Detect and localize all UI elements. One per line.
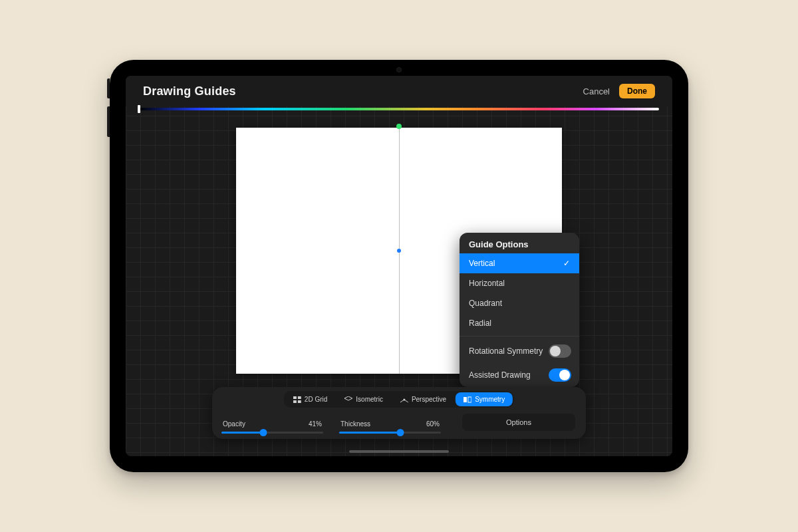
header-bar: Drawing Guides Cancel Done <box>126 76 672 106</box>
cancel-button[interactable]: Cancel <box>583 86 610 96</box>
symmetry-type-label: Vertical <box>469 259 495 268</box>
slider-label: Thickness <box>340 420 370 428</box>
tab-isometric[interactable]: Isometric <box>336 392 391 406</box>
opacity-slider-knob[interactable] <box>259 429 267 436</box>
tab-2d-grid[interactable]: 2D Grid <box>285 392 335 406</box>
popover-title: Guide Options <box>460 233 579 253</box>
page-title: Drawing Guides <box>143 84 236 98</box>
symmetry-icon <box>464 396 471 403</box>
guide-color-hue-slider[interactable] <box>139 108 659 110</box>
symmetry-type-label: Radial <box>469 319 491 328</box>
ipad-device-frame: ••• Drawing Guides Cancel Done Guide Opt… <box>110 60 688 472</box>
assisted-drawing-row: Assisted Drawing <box>460 363 579 387</box>
symmetry-type-radial[interactable]: Radial <box>460 313 579 333</box>
device-power-button <box>107 78 110 98</box>
rotational-symmetry-toggle[interactable] <box>549 344 571 358</box>
done-button[interactable]: Done <box>619 84 655 98</box>
symmetry-type-label: Horizontal <box>469 279 505 288</box>
symmetry-center-handle[interactable] <box>397 249 401 253</box>
isometric-icon <box>344 396 352 403</box>
options-button-label: Options <box>506 418 531 426</box>
svg-rect-9 <box>468 397 471 402</box>
device-volume-button <box>107 106 110 137</box>
thickness-slider-knob[interactable] <box>396 429 404 436</box>
thickness-slider[interactable] <box>339 432 441 434</box>
symmetry-type-vertical[interactable]: Vertical ✓ <box>460 253 579 273</box>
tab-symmetry[interactable]: Symmetry <box>456 392 513 406</box>
svg-rect-1 <box>298 396 301 399</box>
svg-rect-3 <box>298 400 301 403</box>
app-screen: ••• Drawing Guides Cancel Done Guide Opt… <box>126 76 672 456</box>
svg-line-6 <box>400 400 404 402</box>
tab-label: Symmetry <box>475 396 505 403</box>
thickness-slider-block: Thickness 60% <box>339 420 441 434</box>
toggle-label: Rotational Symmetry <box>469 346 543 356</box>
hue-slider-knob[interactable] <box>138 105 140 113</box>
grid-2d-icon <box>293 396 301 403</box>
tab-label: 2D Grid <box>305 396 327 403</box>
svg-rect-2 <box>293 400 297 403</box>
svg-marker-4 <box>344 396 352 400</box>
symmetry-type-label: Quadrant <box>469 299 502 308</box>
assisted-drawing-toggle[interactable] <box>549 368 571 382</box>
perspective-icon <box>400 396 408 403</box>
opacity-slider-block: Opacity 41% <box>221 420 323 434</box>
popover-separator <box>460 336 579 336</box>
svg-rect-8 <box>464 397 467 402</box>
rotational-symmetry-row: Rotational Symmetry <box>460 339 579 363</box>
toggle-label: Assisted Drawing <box>469 370 531 380</box>
tab-label: Isometric <box>356 396 383 403</box>
tab-label: Perspective <box>412 396 446 403</box>
tab-perspective[interactable]: Perspective <box>392 392 454 406</box>
symmetry-rotation-handle[interactable] <box>396 124 402 129</box>
guide-type-segmented-control: 2D Grid Isometric Perspective <box>284 391 514 408</box>
home-indicator[interactable] <box>349 450 449 453</box>
slider-value: 41% <box>309 420 322 428</box>
svg-line-7 <box>404 400 408 402</box>
symmetry-type-horizontal[interactable]: Horizontal <box>460 273 579 293</box>
slider-label: Opacity <box>223 420 245 428</box>
svg-rect-0 <box>293 396 297 399</box>
guide-options-popover: Guide Options Vertical ✓ Horizontal Quad… <box>460 233 579 387</box>
checkmark-icon: ✓ <box>563 259 570 268</box>
slider-value: 60% <box>426 420 440 428</box>
slider-row: Opacity 41% Thickness 60% <box>221 420 441 434</box>
symmetry-type-quadrant[interactable]: Quadrant <box>460 293 579 313</box>
opacity-slider[interactable] <box>221 432 323 434</box>
bottom-toolbar: 2D Grid Isometric Perspective <box>212 387 586 439</box>
device-camera <box>397 68 401 72</box>
guide-options-button[interactable]: Options <box>462 414 575 431</box>
